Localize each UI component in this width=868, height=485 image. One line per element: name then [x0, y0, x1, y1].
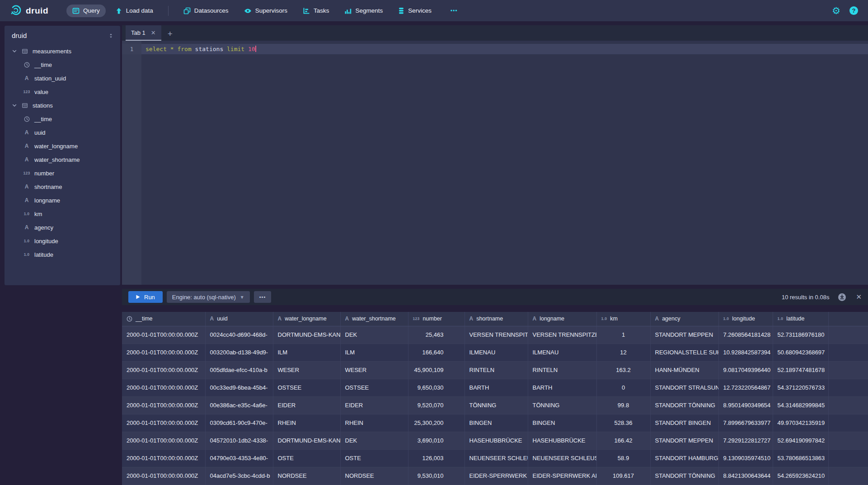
- settings-gear-icon[interactable]: ⚙: [832, 6, 840, 15]
- tree-item-value[interactable]: 123value: [5, 85, 120, 99]
- cell-number[interactable]: 126,003: [408, 449, 464, 467]
- tree-item-time[interactable]: __time: [5, 58, 120, 71]
- sql-editor[interactable]: 1 select * from stations limit 10: [122, 41, 868, 285]
- cell-shortname[interactable]: BINGEN: [464, 414, 528, 432]
- engine-select-button[interactable]: Engine: auto (sql-native) ▼: [167, 291, 250, 303]
- cell-longitude[interactable]: 10.928842587394: [718, 344, 773, 361]
- chevron-down-icon[interactable]: [12, 48, 17, 54]
- cell-latitude[interactable]: 52.731186976180: [773, 326, 828, 344]
- cell-agency[interactable]: STANDORT HAMBURG: [650, 449, 718, 467]
- cell-number[interactable]: 3,690,010: [408, 432, 464, 449]
- cell-shortname[interactable]: VERSEN TRENNSPITZE: [464, 326, 528, 344]
- cell-water-shortname[interactable]: ILM: [340, 344, 408, 361]
- cell-shortname[interactable]: HASEHUBBRÜCKE: [464, 432, 528, 449]
- cell-time[interactable]: 2000-01-01T00:00:00.000Z: [122, 432, 205, 449]
- cell-water-longname[interactable]: OSTE: [273, 449, 340, 467]
- cell-time[interactable]: 2000-01-01T00:00:00.000Z: [122, 344, 205, 361]
- cell-latitude[interactable]: 54.265923624210: [773, 467, 828, 485]
- cell-uuid[interactable]: 04790e03-4353-4e80-: [205, 449, 273, 467]
- nav-item-services[interactable]: Services: [392, 5, 437, 17]
- cell-longitude[interactable]: 8.9501490349654: [718, 396, 773, 414]
- column-header-longname[interactable]: Alongname: [528, 312, 596, 326]
- sort-icon[interactable]: [108, 33, 114, 39]
- cell-water-shortname[interactable]: WESER: [340, 361, 408, 379]
- cell-km[interactable]: 12: [596, 344, 650, 361]
- cell-longitude[interactable]: 7.2608564181428: [718, 326, 773, 344]
- tree-item-water-longname[interactable]: Awater_longname: [5, 139, 120, 153]
- cell-uuid[interactable]: 0309cd61-90c9-470e-: [205, 414, 273, 432]
- tab-tab1[interactable]: Tab 1 ✕: [126, 25, 161, 41]
- column-header-shortname[interactable]: Ashortname: [464, 312, 528, 326]
- download-icon[interactable]: [838, 293, 846, 301]
- cell-agency[interactable]: STANDORT TÖNNING: [650, 467, 718, 485]
- cell-uuid[interactable]: 005dfdae-efcc-410a-b: [205, 361, 273, 379]
- cell-longname[interactable]: HASEHUBBRÜCKE: [528, 432, 596, 449]
- cell-shortname[interactable]: TÖNNING: [464, 396, 528, 414]
- cell-uuid[interactable]: 04acd7e5-3cbc-4cdd-b: [205, 467, 273, 485]
- cell-longitude[interactable]: 7.2929122812727: [718, 432, 773, 449]
- tree-item-agency[interactable]: Aagency: [5, 221, 120, 234]
- cell-water-shortname[interactable]: NORDSEE: [340, 467, 408, 485]
- tree-item-longitude[interactable]: 1.0longitude: [5, 234, 120, 248]
- cell-water-longname[interactable]: RHEIN: [273, 414, 340, 432]
- cell-latitude[interactable]: 54.371220576733: [773, 379, 828, 396]
- column-header-time[interactable]: __time: [122, 312, 205, 326]
- nav-item-query[interactable]: Query: [66, 5, 106, 17]
- cell-latitude[interactable]: 52.694190997842: [773, 432, 828, 449]
- tree-item-stations[interactable]: stations: [5, 99, 120, 112]
- cell-uuid[interactable]: 00e386ac-e35c-4a6e-: [205, 396, 273, 414]
- cell-water-longname[interactable]: DORTMUND-EMS-KANAL: [273, 432, 340, 449]
- cell-longitude[interactable]: 7.8996679633977: [718, 414, 773, 432]
- cell-shortname[interactable]: NEUENSEER SCHLEUSE: [464, 449, 528, 467]
- tree-item-number[interactable]: 123number: [5, 166, 120, 180]
- cell-longname[interactable]: BARTH: [528, 379, 596, 396]
- cell-number[interactable]: 166,640: [408, 344, 464, 361]
- tree-item-shortname[interactable]: Ashortname: [5, 180, 120, 193]
- cell-agency[interactable]: REGIONALSTELLE SUHL: [650, 344, 718, 361]
- cell-km[interactable]: 528.36: [596, 414, 650, 432]
- nav-item-load-data[interactable]: Load data: [109, 5, 159, 17]
- cell-uuid[interactable]: 04572010-1db2-4338-: [205, 432, 273, 449]
- tab-close-icon[interactable]: ✕: [151, 29, 156, 36]
- nav-item-more[interactable]: •••: [441, 5, 464, 17]
- cell-km[interactable]: 0: [596, 379, 650, 396]
- cell-km[interactable]: 1: [596, 326, 650, 344]
- cell-time[interactable]: 2000-01-01T00:00:00.000Z: [122, 326, 205, 344]
- cell-number[interactable]: 45,900,109: [408, 361, 464, 379]
- cell-longname[interactable]: EIDER-SPERRWERK AP: [528, 467, 596, 485]
- cell-uuid[interactable]: 003200ab-d138-49d9-: [205, 344, 273, 361]
- cell-water-longname[interactable]: NORDSEE: [273, 467, 340, 485]
- column-header-water-longname[interactable]: Awater_longname: [273, 312, 340, 326]
- column-header-agency[interactable]: Aagency: [650, 312, 718, 326]
- cell-longname[interactable]: ILMENAU: [528, 344, 596, 361]
- nav-item-segments[interactable]: Segments: [338, 5, 389, 17]
- query-more-button[interactable]: •••: [254, 291, 272, 303]
- tree-item-longname[interactable]: Alongname: [5, 193, 120, 207]
- nav-item-tasks[interactable]: Tasks: [297, 5, 335, 17]
- cell-agency[interactable]: STANDORT STRALSUND: [650, 379, 718, 396]
- cell-longname[interactable]: RINTELN: [528, 361, 596, 379]
- cell-number[interactable]: 9,530,010: [408, 467, 464, 485]
- cell-longitude[interactable]: 9.1309035974510: [718, 449, 773, 467]
- cell-water-longname[interactable]: ILM: [273, 344, 340, 361]
- cell-water-shortname[interactable]: OSTSEE: [340, 379, 408, 396]
- run-button[interactable]: Run: [128, 291, 163, 303]
- tree-item-measurements[interactable]: measurements: [5, 44, 120, 58]
- tree-item-station-uuid[interactable]: Astation_uuid: [5, 71, 120, 85]
- cell-water-shortname[interactable]: OSTE: [340, 449, 408, 467]
- cell-km[interactable]: 58.9: [596, 449, 650, 467]
- cell-shortname[interactable]: ILMENAU: [464, 344, 528, 361]
- cell-time[interactable]: 2000-01-01T00:00:00.000Z: [122, 361, 205, 379]
- column-header-km[interactable]: 1.0km: [596, 312, 650, 326]
- column-header-latitude[interactable]: 1.0latitude: [773, 312, 828, 326]
- cell-km[interactable]: 99.8: [596, 396, 650, 414]
- tree-item-time[interactable]: __time: [5, 112, 120, 126]
- close-results-icon[interactable]: ✕: [856, 293, 862, 301]
- cell-water-longname[interactable]: OSTSEE: [273, 379, 340, 396]
- tree-item-uuid[interactable]: Auuid: [5, 126, 120, 139]
- cell-latitude[interactable]: 54.314682999845: [773, 396, 828, 414]
- cell-longitude[interactable]: 8.8421300643644: [718, 467, 773, 485]
- druid-logo[interactable]: druid: [10, 5, 48, 17]
- tree-item-latitude[interactable]: 1.0latitude: [5, 248, 120, 261]
- cell-longname[interactable]: BINGEN: [528, 414, 596, 432]
